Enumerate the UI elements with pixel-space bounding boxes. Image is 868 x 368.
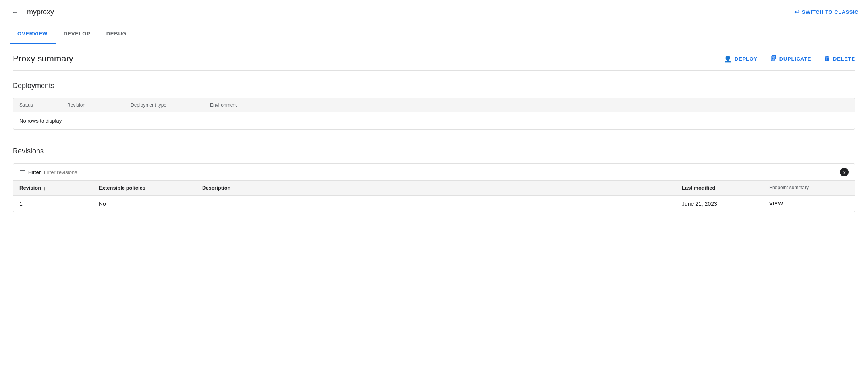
action-buttons: 👤 DEPLOY 🗐 DUPLICATE 🗑 DELETE (724, 55, 855, 63)
header: ← myproxy ↩ SWITCH TO CLASSIC (0, 0, 868, 24)
delete-label: DELETE (833, 56, 855, 62)
deploy-icon: 👤 (724, 55, 732, 63)
revisions-section: Revisions ☰ Filter ? Revision ↓ Extensib… (13, 136, 855, 218)
col-endpoint-summary-header: Endpoint summary (769, 185, 849, 192)
revisions-table-header: Revision ↓ Extensible policies Descripti… (13, 181, 855, 196)
extensible-policies-value: No (99, 201, 202, 207)
revisions-table: ☰ Filter ? Revision ↓ Extensible policie… (13, 163, 855, 212)
filter-input[interactable] (44, 169, 108, 175)
help-icon[interactable]: ? (840, 168, 849, 176)
deployments-section: Deployments Status Revision Deployment t… (13, 71, 855, 136)
revision-number: 1 (19, 201, 99, 207)
switch-classic-icon: ↩ (794, 8, 800, 16)
col-revision-header: Revision ↓ (19, 185, 99, 192)
table-row: 1 No June 21, 2023 VIEW (13, 196, 855, 212)
proxy-summary-title: Proxy summary (13, 54, 73, 64)
deploy-button[interactable]: 👤 DEPLOY (724, 55, 758, 63)
back-button[interactable]: ← (10, 6, 21, 17)
deployments-empty-message: No rows to display (13, 112, 855, 129)
sort-down-icon[interactable]: ↓ (43, 185, 46, 192)
view-endpoint-link[interactable]: VIEW (769, 201, 849, 207)
deployments-table-header: Status Revision Deployment type Environm… (13, 98, 855, 112)
duplicate-button[interactable]: 🗐 DUPLICATE (770, 55, 811, 62)
tab-debug[interactable]: DEBUG (98, 24, 135, 44)
deploy-label: DEPLOY (735, 56, 758, 62)
revisions-filter-row: ☰ Filter ? (13, 164, 855, 181)
filter-left: ☰ Filter (19, 169, 108, 176)
col-deployment-type: Deployment type (131, 102, 210, 108)
col-status: Status (19, 102, 67, 108)
duplicate-icon: 🗐 (770, 55, 777, 62)
col-description-header: Description (202, 185, 682, 192)
tab-develop[interactable]: DEVELOP (56, 24, 98, 44)
delete-button[interactable]: 🗑 DELETE (824, 55, 855, 62)
switch-classic-label: SWITCH TO CLASSIC (802, 9, 858, 15)
duplicate-label: DUPLICATE (779, 56, 811, 62)
page-content: Proxy summary 👤 DEPLOY 🗐 DUPLICATE 🗑 DEL… (0, 44, 868, 218)
col-environment: Environment (210, 102, 849, 108)
proxy-summary-bar: Proxy summary 👤 DEPLOY 🗐 DUPLICATE 🗑 DEL… (13, 44, 855, 71)
deployments-table: Status Revision Deployment type Environm… (13, 98, 855, 130)
col-revision: Revision (67, 102, 131, 108)
header-left: ← myproxy (10, 6, 54, 17)
col-extensible-policies-header: Extensible policies (99, 185, 202, 192)
tab-overview[interactable]: OVERVIEW (10, 24, 56, 44)
col-last-modified-header: Last modified (682, 185, 769, 192)
filter-label: Filter (28, 169, 41, 175)
last-modified-value: June 21, 2023 (682, 201, 769, 207)
revisions-title: Revisions (13, 147, 855, 155)
delete-icon: 🗑 (824, 55, 831, 62)
deployments-title: Deployments (13, 82, 855, 90)
tab-bar: OVERVIEW DEVELOP DEBUG (0, 24, 868, 44)
switch-to-classic-button[interactable]: ↩ SWITCH TO CLASSIC (794, 8, 858, 16)
filter-icon: ☰ (19, 169, 25, 176)
proxy-title: myproxy (27, 8, 54, 16)
